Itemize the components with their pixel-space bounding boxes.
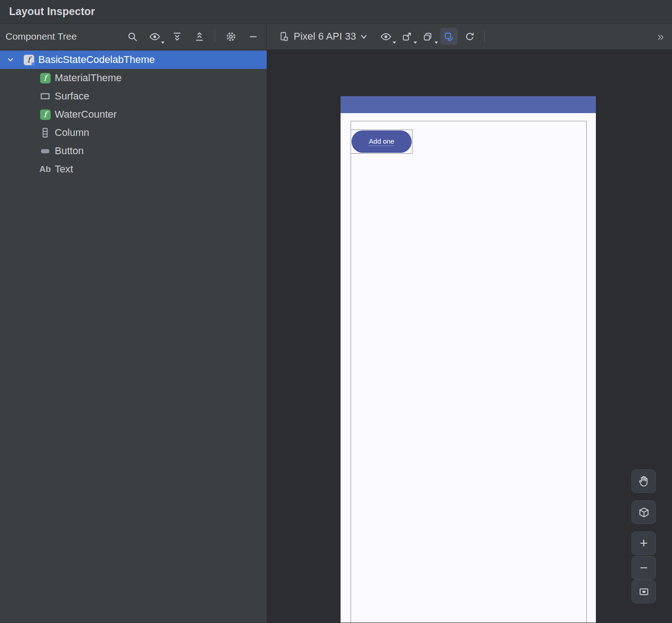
tree-item-label: Button <box>55 145 84 157</box>
tree-item-column[interactable]: Column <box>0 124 267 142</box>
live-updates-icon <box>443 31 455 42</box>
dropdown-caret-icon <box>414 42 417 44</box>
device-icon <box>279 31 289 42</box>
composable-icon: f <box>40 73 51 83</box>
tree-item-label: WaterCounter <box>55 109 117 120</box>
tree-item-text[interactable]: Ab Text <box>0 160 267 178</box>
settings-button[interactable] <box>222 28 239 45</box>
component-tree-toolbar: Component Tree <box>0 24 267 49</box>
tree-item-label: Surface <box>55 90 89 102</box>
minus-icon: − <box>640 561 648 575</box>
add-one-button[interactable]: Add one <box>352 130 412 153</box>
tree-item-label: Text <box>55 163 73 175</box>
eye-icon <box>380 31 392 42</box>
plus-icon: + <box>640 536 648 550</box>
window-title: Layout Inspector <box>9 5 95 18</box>
dropdown-caret-icon <box>393 42 396 44</box>
tree-item-basicstatecodelabtheme[interactable]: f BasicStateCodelabTheme <box>0 51 267 69</box>
view-options-button[interactable] <box>146 28 163 45</box>
expanded-chevron-icon[interactable] <box>7 57 14 63</box>
device-toolbar: Pixel 6 API 33 <box>267 24 672 49</box>
text-icon: Ab <box>40 164 51 175</box>
column-icon <box>40 127 51 138</box>
minus-icon <box>248 31 259 42</box>
search-icon <box>127 31 138 42</box>
refresh-icon <box>464 31 476 42</box>
composable-icon: f <box>40 109 51 120</box>
gear-icon <box>225 31 237 42</box>
tree-item-button[interactable]: Button <box>0 142 267 160</box>
component-tree-header: Component Tree <box>5 31 77 42</box>
component-tree-panel: f BasicStateCodelabTheme f MaterialTheme… <box>0 50 267 623</box>
collapse-all-button[interactable] <box>191 28 208 45</box>
search-button[interactable] <box>124 28 141 45</box>
expand-all-button[interactable] <box>168 28 186 45</box>
rotate-3d-button[interactable] <box>631 500 656 524</box>
fit-screen-icon <box>638 586 650 598</box>
tree-item-watercounter[interactable]: f WaterCounter <box>0 105 267 124</box>
screenshot-icon <box>401 31 413 42</box>
add-one-button-label: Add one <box>369 137 394 146</box>
tree-item-label: MaterialTheme <box>55 72 122 84</box>
toolbar-separator <box>484 31 485 42</box>
live-updates-toggle[interactable] <box>440 28 458 45</box>
zoom-in-button[interactable]: + <box>631 531 656 555</box>
window-title-bar: Layout Inspector <box>0 0 672 24</box>
zoom-to-fit-button[interactable] <box>631 580 656 603</box>
tree-item-materialtheme[interactable]: f MaterialTheme <box>0 69 267 87</box>
main-content: f BasicStateCodelabTheme f MaterialTheme… <box>0 50 672 623</box>
screenshot-button[interactable] <box>398 28 416 45</box>
toolbar: Component Tree <box>0 24 672 50</box>
hand-icon <box>638 475 650 488</box>
refresh-button[interactable] <box>461 28 479 45</box>
tree-item-label: BasicStateCodelabTheme <box>38 54 155 66</box>
chevron-down-icon <box>360 34 367 39</box>
tree-item-surface[interactable]: Surface <box>0 87 267 105</box>
composable-icon: f <box>23 54 34 65</box>
expand-all-icon <box>171 31 183 42</box>
export-snapshot-button[interactable] <box>419 28 437 45</box>
device-screen: Add one <box>341 96 596 623</box>
app-top-bar <box>341 96 596 113</box>
toolbar-separator <box>215 31 215 42</box>
overflow-menu-button[interactable]: » <box>657 30 672 43</box>
collapse-all-icon <box>194 31 205 42</box>
column-bounds-overlay: Add one <box>351 121 587 623</box>
device-selector[interactable]: Pixel 6 API 33 <box>279 31 367 42</box>
dropdown-caret-icon <box>434 42 438 44</box>
hide-panel-button[interactable] <box>244 28 262 45</box>
layer-visibility-button[interactable] <box>377 28 395 45</box>
button-icon <box>40 145 51 156</box>
button-bounds-overlay: Add one <box>351 130 413 154</box>
surface-icon <box>40 91 51 102</box>
zoom-out-button[interactable]: − <box>631 556 656 580</box>
tree-item-label: Column <box>55 127 89 139</box>
device-canvas: Add one <box>267 50 672 623</box>
cube-3d-icon <box>638 506 650 519</box>
device-selector-label: Pixel 6 API 33 <box>294 31 356 42</box>
snapshot-layers-icon <box>422 31 434 42</box>
dropdown-caret-icon <box>161 42 165 44</box>
layout-inspector-window: Layout Inspector Component Tree <box>0 0 672 623</box>
eye-icon <box>149 31 160 42</box>
pan-mode-button[interactable] <box>631 469 656 493</box>
